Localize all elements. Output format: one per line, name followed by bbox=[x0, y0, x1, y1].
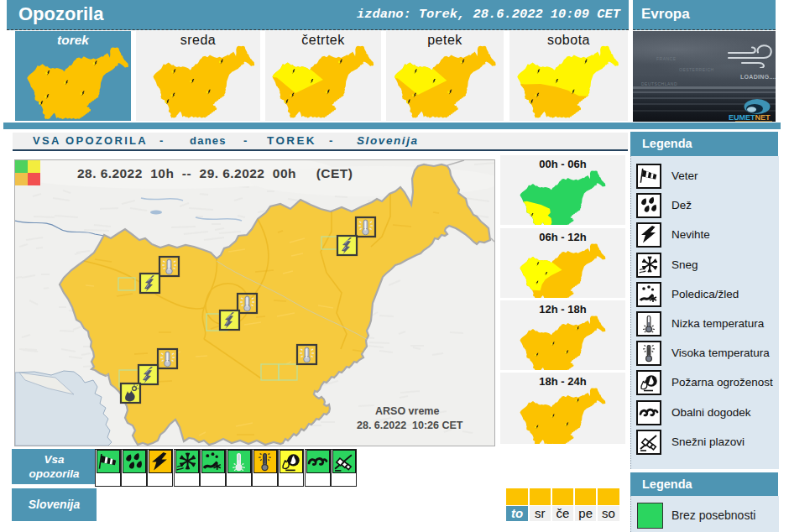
svg-text:28. 6.2022 10h -- 29. 6.202: 28. 6.2022 10h -- 29. 6.2022 00h (CET) bbox=[77, 166, 353, 180]
svg-text:28. 6.2022 10:26 CET: 28. 6.2022 10:26 CET bbox=[357, 420, 463, 431]
svg-text:ARSO vreme: ARSO vreme bbox=[375, 405, 439, 417]
